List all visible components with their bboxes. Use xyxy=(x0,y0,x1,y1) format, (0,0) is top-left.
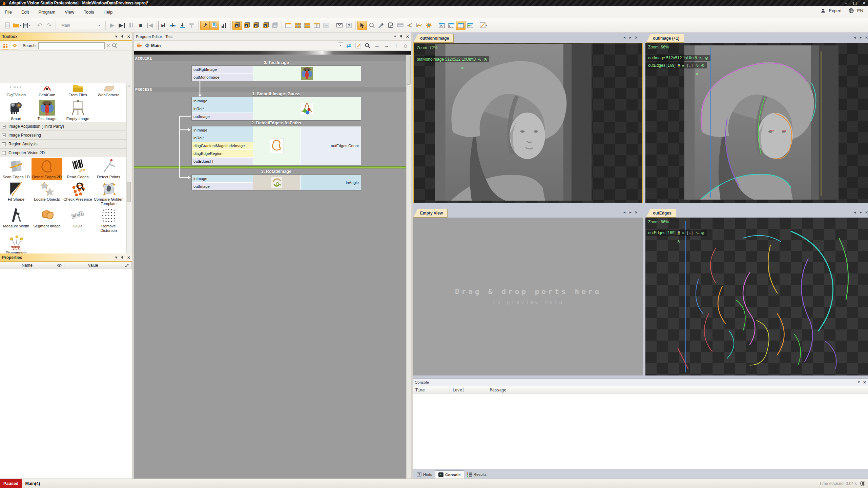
search-clear-icon[interactable]: ✕ xyxy=(106,43,110,48)
maximize-icon[interactable]: ▢ xyxy=(853,1,857,5)
window-fit-button[interactable] xyxy=(447,21,456,30)
minimize-icon[interactable]: – xyxy=(845,1,847,5)
iterate-button[interactable]: ▶ xyxy=(117,21,126,30)
nav-back-icon[interactable]: ← xyxy=(373,42,381,50)
toolbox-pin-icon[interactable] xyxy=(121,35,124,39)
port-smooth-inimage[interactable]: inImage xyxy=(192,97,253,105)
toolbox-view-settings-button[interactable] xyxy=(11,42,18,49)
overlay-collapse-icon[interactable]: « xyxy=(695,73,701,75)
section-region-analysis[interactable]: +Region Analysis xyxy=(0,140,126,148)
mono-remove-icon[interactable]: ⊗ xyxy=(483,57,487,62)
program-editor-scrollbar[interactable] xyxy=(406,55,411,479)
switch-view-icon[interactable]: ⇄ xyxy=(345,42,353,50)
mono-fit-icon[interactable]: ∿ xyxy=(478,57,481,62)
tab-results[interactable]: Results xyxy=(464,470,490,479)
angle-tool-button[interactable] xyxy=(405,21,414,30)
editor-variant-combo[interactable]: ▾ xyxy=(338,42,343,49)
overlay-edges-style-swatch-icon[interactable] xyxy=(678,64,680,67)
tool-check-presence[interactable]: Check Presence xyxy=(62,180,93,207)
edges-list-icon[interactable]: ≡ xyxy=(682,231,685,235)
layout-single-button[interactable] xyxy=(284,21,293,30)
window-info-button[interactable]: i xyxy=(456,21,466,30)
properties-close-icon[interactable]: × xyxy=(127,255,130,260)
nav-home-icon[interactable]: ⌂ xyxy=(401,42,410,50)
restart-button[interactable]: ◀ xyxy=(145,21,155,30)
toggle-port-list-button[interactable] xyxy=(210,21,219,30)
profile-tool-button[interactable] xyxy=(414,21,424,30)
block-title-rotateimage[interactable]: 3. RotateImage xyxy=(191,169,361,174)
menu-tools[interactable]: Tools xyxy=(79,6,99,18)
redo-button[interactable]: ↷ xyxy=(44,21,54,30)
port-detect-diaggradient[interactable]: diagGradientMagnitudeImage xyxy=(192,142,253,150)
edges-info-row[interactable]: outEdges [169] ≡ [↓] ∿ ⊗ xyxy=(646,230,707,236)
mono-collapse-icon[interactable]: « xyxy=(460,66,466,69)
iterate-current-macro-button[interactable]: ▶ xyxy=(159,21,168,30)
port-smooth-inroi[interactable]: inRoi* xyxy=(192,105,253,113)
toolbox-close-icon[interactable]: × xyxy=(127,34,130,39)
console-col-time[interactable]: Time xyxy=(413,386,450,394)
properties-col-value[interactable]: Value xyxy=(64,262,122,269)
edges-next-icon[interactable]: ► xyxy=(859,210,863,214)
tab-console[interactable]: >_ Console xyxy=(435,470,464,479)
workspace-1-button[interactable]: 1 xyxy=(232,21,242,30)
tool-genicam[interactable]: GenICam xyxy=(32,84,62,98)
workspace-2-button[interactable]: 2 xyxy=(242,21,251,30)
workspace-hmi-button[interactable]: HMI xyxy=(270,21,280,30)
menu-file[interactable]: File xyxy=(0,6,17,18)
edges-extract-icon[interactable]: [↓] xyxy=(686,231,693,235)
pause-button[interactable] xyxy=(126,21,136,30)
search-advanced-icon[interactable] xyxy=(112,43,117,48)
program-editor-pin-icon[interactable] xyxy=(399,35,403,39)
port-detect-outedges[interactable]: outEdges[ ] xyxy=(192,158,253,165)
edges-style-swatch-icon[interactable] xyxy=(678,231,680,235)
toolbox-scrollbar[interactable]: ▲ ▼ xyxy=(126,83,131,274)
tool-gigevision[interactable]: GigEVision xyxy=(1,84,32,98)
save-project-button[interactable]: ▾ xyxy=(22,21,31,30)
program-editor-menu-icon[interactable]: ▾ xyxy=(394,34,396,39)
tool-webcamera[interactable]: WebCamera xyxy=(93,84,124,98)
empty-next-icon[interactable]: ► xyxy=(629,210,632,214)
layout-grid-button[interactable] xyxy=(293,21,303,30)
menu-view[interactable]: View xyxy=(60,6,79,18)
edit-comment-icon[interactable] xyxy=(354,42,362,50)
block-title-detectedges[interactable]: 2. DetectEdges: AsPaths xyxy=(191,121,361,125)
port-detect-inroi[interactable]: inRoi* xyxy=(192,134,253,142)
edges-collapse-icon[interactable]: « xyxy=(676,240,682,243)
run-button[interactable]: ▶ xyxy=(107,21,117,30)
help-button[interactable]: ? xyxy=(344,21,354,30)
program-canvas[interactable]: ACQUIRE 0. TestImage outRgbImage outMono… xyxy=(134,55,411,479)
properties-pin-icon[interactable] xyxy=(121,256,124,260)
edges-fit-icon[interactable]: ∿ xyxy=(695,231,699,235)
toolbox-view-grid-button[interactable] xyxy=(2,42,9,49)
tab-outedges[interactable]: outEdges xyxy=(646,209,676,218)
edges-remove-icon[interactable]: ⊗ xyxy=(701,231,705,235)
tab-outmonoimage[interactable]: outMonoImage xyxy=(413,34,454,43)
send-feedback-button[interactable] xyxy=(335,21,344,30)
tool-detect-points[interactable]: Detect Points xyxy=(93,158,124,180)
tab-empty-view[interactable]: Empty View xyxy=(413,209,448,218)
find-icon[interactable] xyxy=(364,42,372,50)
port-rotate-outimage[interactable]: outImage xyxy=(192,183,253,190)
console-body[interactable] xyxy=(413,394,868,469)
layout-hmi-button[interactable]: HMI xyxy=(322,21,331,30)
overlay-preview-view[interactable]: Zoom: 66% outImage 512x512 1xUInt8 ∿ ⊗ o… xyxy=(645,43,868,203)
mono-info-row[interactable]: outMonoImage 512x512 1xUInt8 ∿ ⊗ xyxy=(415,56,489,62)
overlay-prev-icon[interactable]: ◄ xyxy=(853,36,856,39)
nav-up-icon[interactable]: ↑ xyxy=(392,42,400,50)
section-image-acquisition[interactable]: +Image Acquisition (Third Party) xyxy=(0,122,126,131)
empty-close-icon[interactable]: × xyxy=(635,210,638,215)
tool-test-image[interactable]: Test Image xyxy=(32,99,62,122)
port-outmonoimage[interactable]: outMonoImage xyxy=(192,74,253,81)
overlay-next-icon[interactable]: ► xyxy=(859,36,863,39)
tool-detect-edges-2d[interactable]: Detect Edges 2D xyxy=(32,158,62,180)
tool-remove-distortion[interactable]: Remove Distortion xyxy=(93,207,124,234)
toolbox-scroll-thumb[interactable] xyxy=(127,182,131,202)
toggle-properties-button[interactable] xyxy=(200,21,210,30)
overlay-edges-extract-icon[interactable]: [↓] xyxy=(686,63,693,68)
nav-forward-icon[interactable]: → xyxy=(383,42,391,50)
block-title-smoothimage[interactable]: 1. SmoothImage: Gauss xyxy=(191,92,361,96)
step-into-button[interactable] xyxy=(168,21,178,30)
tool-locate-objects[interactable]: Locate Objects xyxy=(32,180,62,207)
editor-scroll-thumb[interactable] xyxy=(407,56,411,85)
zoom-tool-button[interactable] xyxy=(367,21,376,30)
